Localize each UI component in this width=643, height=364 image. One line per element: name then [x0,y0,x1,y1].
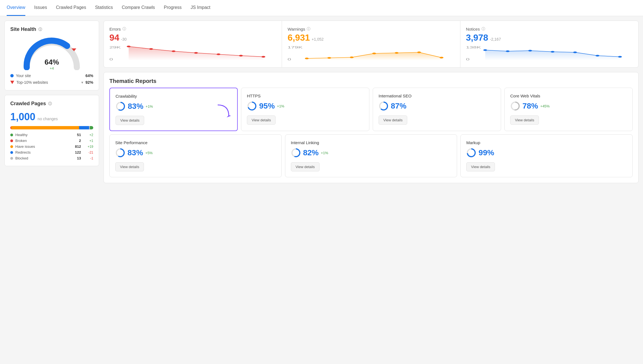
svg-point-7 [149,48,153,50]
svg-point-26 [483,49,487,51]
crawlability-title: Crawlability [116,94,232,99]
https-circle-icon [247,101,257,111]
warnings-label: Warnings ⓘ [288,26,454,31]
top10-label: Top-10% websites [16,80,79,85]
list-item: Healthy 51 +2 [10,133,93,137]
nav-compare-crawls[interactable]: Compare Crawls [122,0,155,16]
warnings-info-icon[interactable]: ⓘ [307,26,310,31]
svg-text:138K: 138K [466,46,481,49]
errors-change: -30 [121,37,127,41]
core-web-vitals-card: Core Web Vitals 78% +45% View details [504,88,633,131]
arrow-annotation [215,104,232,121]
notices-info-icon[interactable]: ⓘ [482,26,485,31]
site-performance-percent: 83% [127,148,143,157]
crawled-count-row: 1,000 no changes [10,111,93,123]
healthy-change: +2 [83,133,93,137]
svg-text:+4: +4 [50,66,54,70]
core-web-vitals-view-details-button[interactable]: View details [510,115,539,125]
svg-point-22 [440,57,444,58]
markup-percent: 99% [478,148,494,157]
main-content: Site Health ⓘ 64% +4 [0,16,643,188]
blocked-value: 13 [73,156,81,160]
svg-point-19 [372,53,376,54]
core-web-vitals-title: Core Web Vitals [510,94,627,98]
core-web-vitals-circle-icon [510,101,520,111]
notices-chart: 138K 0 [466,45,633,62]
nav-crawled-pages[interactable]: Crawled Pages [56,0,86,16]
nav-js-impact[interactable]: JS Impact [191,0,210,16]
https-view-details-button[interactable]: View details [247,115,276,125]
nav-overview[interactable]: Overview [7,0,25,16]
redirects-change: -21 [83,151,93,154]
expand-icon[interactable]: ▾ [81,80,83,85]
international-seo-card: International SEO 87% View details [373,88,501,131]
internal-linking-view-details-button[interactable]: View details [291,162,320,171]
crawled-progress-bar [10,126,93,129]
svg-point-12 [261,56,265,58]
top10-triangle-icon [10,81,14,84]
healthy-dot [10,134,13,136]
internal-linking-circle-icon [291,148,301,158]
errors-chart: 29K 0 [109,45,276,62]
blocked-change: -1 [83,156,93,160]
nav-issues[interactable]: Issues [34,0,47,16]
your-site-value: 64% [85,73,93,78]
site-health-info-icon[interactable]: ⓘ [38,27,42,32]
svg-point-17 [327,57,331,59]
site-health-gauge: 64% +4 [21,37,82,70]
crawlability-view-details-button[interactable]: View details [116,116,144,125]
svg-point-21 [417,51,421,53]
svg-point-16 [305,58,309,59]
blocked-dot [10,157,13,160]
redirects-label: Redirects [15,150,70,154]
issues-change: +19 [83,145,93,149]
nav-progress[interactable]: Progress [164,0,182,16]
svg-point-9 [194,52,198,54]
svg-point-29 [551,51,554,53]
issues-value: 812 [73,144,81,149]
svg-text:0: 0 [288,58,291,61]
errors-block: Errors ⓘ 94 -30 29K 0 [104,21,282,67]
international-seo-percent-row: 87% [379,101,495,111]
errors-info-icon[interactable]: ⓘ [122,26,126,31]
reports-top-grid: Crawlability 83% +1% [109,88,633,131]
nav-statistics[interactable]: Statistics [95,0,113,16]
svg-point-28 [528,50,532,51]
site-performance-percent-row: 83% +5% [115,148,276,158]
healthy-value: 51 [73,133,81,137]
markup-view-details-button[interactable]: View details [466,162,495,171]
internal-linking-title: Internal Linking [291,140,451,145]
notices-value-row: 3,978 -2,167 [466,33,633,43]
markup-circle-icon [466,148,476,158]
metrics-row: Errors ⓘ 94 -30 29K 0 [104,21,639,68]
crawlability-change: +1% [146,104,153,109]
crawled-pages-title: Crawled Pages ⓘ [10,101,93,107]
international-seo-circle-icon [379,101,389,111]
blocked-label: Blocked [15,156,70,160]
international-seo-view-details-button[interactable]: View details [379,115,407,125]
svg-text:0: 0 [466,58,470,61]
warnings-value: 6,931 [288,33,310,43]
site-performance-card: Site Performance 83% +5% View details [109,134,282,177]
svg-point-31 [595,55,599,56]
crawlability-card: Crawlability 83% +1% [109,88,238,131]
list-item: Broken 2 +1 [10,139,93,143]
site-performance-view-details-button[interactable]: View details [115,162,144,171]
https-title: HTTPS [247,94,364,98]
your-site-label: Your site [16,73,83,78]
notices-label: Notices ⓘ [466,26,633,31]
svg-point-32 [618,56,622,58]
markup-percent-row: 99% [466,148,627,158]
svg-point-27 [506,50,510,52]
issues-label: Have issues [15,144,70,149]
markup-title: Markup [466,140,627,145]
list-item: Redirects 122 -21 [10,150,93,154]
crawled-pages-info-icon[interactable]: ⓘ [48,101,52,106]
internal-linking-change: +1% [321,151,328,155]
international-seo-title: International SEO [379,94,495,98]
crawled-pages-card: Crawled Pages ⓘ 1,000 no changes Healthy [4,95,99,166]
thematic-reports-card: Thematic Reports Crawlability 83% +1% [104,72,639,183]
warnings-block: Warnings ⓘ 6,931 +1,052 179K 0 [282,21,460,67]
right-content: Errors ⓘ 94 -30 29K 0 [104,21,639,183]
broken-label: Broken [15,139,70,143]
